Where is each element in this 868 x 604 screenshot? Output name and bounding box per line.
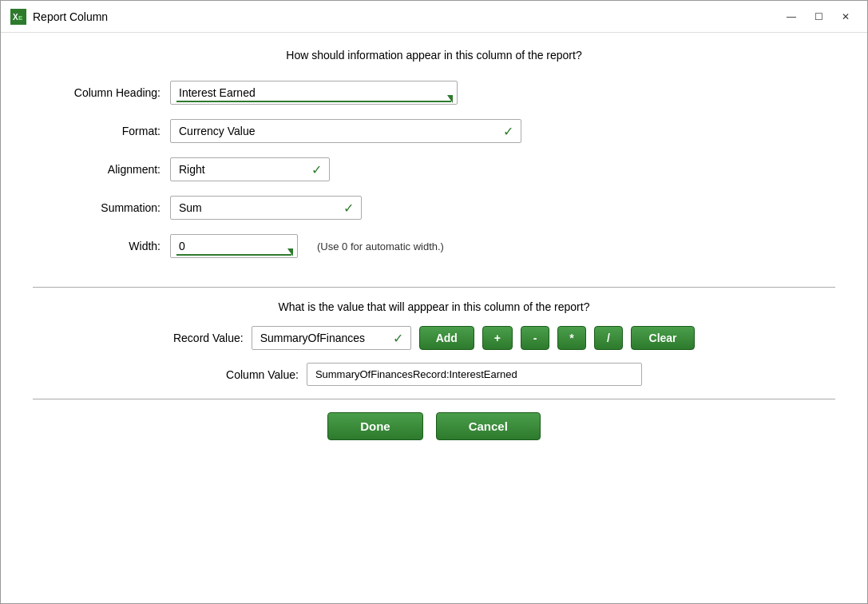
bottom-section: What is the value that will apppear in t… — [33, 300, 835, 386]
column-value-label: Column Value: — [226, 368, 299, 381]
clear-button[interactable]: Clear — [631, 326, 695, 350]
format-row: Format: Currency Value Text Integer Deci… — [33, 119, 835, 143]
multiply-button[interactable]: * — [557, 326, 586, 350]
format-select[interactable]: Currency Value Text Integer Decimal — [170, 119, 521, 143]
maximize-button[interactable]: ☐ — [807, 7, 830, 26]
column-heading-input-wrapper — [170, 81, 458, 105]
footer-buttons: Done Cancel — [33, 412, 835, 456]
title-bar-left: X E Report Column — [10, 9, 108, 25]
svg-text:X: X — [13, 13, 18, 22]
close-button[interactable]: ✕ — [834, 7, 858, 26]
width-label: Width: — [33, 240, 161, 252]
title-bar: X E Report Column — ☐ ✕ — [1, 1, 867, 33]
svg-text:E: E — [18, 14, 23, 22]
alignment-row: Alignment: Right Left Center ✓ — [33, 157, 835, 181]
alignment-select-wrapper: Right Left Center ✓ — [170, 157, 330, 181]
column-value-input[interactable] — [307, 363, 642, 386]
summation-select-wrapper: Sum Average Count None ✓ — [170, 196, 362, 220]
app-icon: X E — [10, 9, 26, 25]
window-title: Report Column — [33, 10, 108, 23]
width-underline — [176, 254, 291, 256]
width-hint: (Use 0 for automatic width.) — [317, 240, 444, 252]
section-divider — [33, 287, 835, 288]
divide-button[interactable]: / — [594, 326, 623, 350]
record-value-select[interactable]: SummaryOfFinances Other — [252, 326, 411, 350]
minus-button[interactable]: - — [521, 326, 549, 350]
heading-arrow-icon — [447, 95, 453, 103]
title-bar-controls: — ☐ ✕ — [779, 7, 858, 26]
alignment-label: Alignment: — [33, 163, 161, 176]
content-area: How should information appear in this co… — [1, 33, 867, 603]
done-button[interactable]: Done — [327, 412, 423, 440]
bottom-question: What is the value that will apppear in t… — [33, 300, 835, 313]
format-label: Format: — [33, 125, 161, 137]
report-column-window: X E Report Column — ☐ ✕ How should infor… — [0, 0, 868, 604]
form-section: Column Heading: Format: Currency Value T… — [33, 81, 835, 258]
plus-button[interactable]: + — [482, 326, 513, 350]
column-heading-row: Column Heading: — [33, 81, 835, 105]
record-value-label: Record Value: — [173, 332, 244, 344]
width-arrow-icon — [287, 248, 293, 256]
summation-select[interactable]: Sum Average Count None — [170, 196, 362, 220]
column-heading-label: Column Heading: — [33, 86, 161, 99]
width-input-wrapper — [170, 234, 298, 258]
column-heading-input[interactable] — [170, 81, 458, 105]
record-select-wrapper: SummaryOfFinances Other ✓ — [252, 326, 411, 350]
width-row: Width: (Use 0 for automatic width.) — [33, 234, 835, 258]
add-button[interactable]: Add — [419, 326, 474, 350]
record-value-row: Record Value: SummaryOfFinances Other ✓ … — [33, 326, 835, 350]
top-question: How should information appear in this co… — [33, 49, 835, 62]
minimize-button[interactable]: — — [779, 7, 803, 26]
summation-label: Summation: — [33, 201, 161, 214]
alignment-select[interactable]: Right Left Center — [170, 157, 330, 181]
cancel-button[interactable]: Cancel — [436, 412, 541, 440]
footer-divider — [33, 399, 835, 399]
summation-row: Summation: Sum Average Count None ✓ — [33, 196, 835, 220]
column-value-row: Column Value: — [33, 363, 835, 386]
format-select-wrapper: Currency Value Text Integer Decimal ✓ — [170, 119, 521, 143]
